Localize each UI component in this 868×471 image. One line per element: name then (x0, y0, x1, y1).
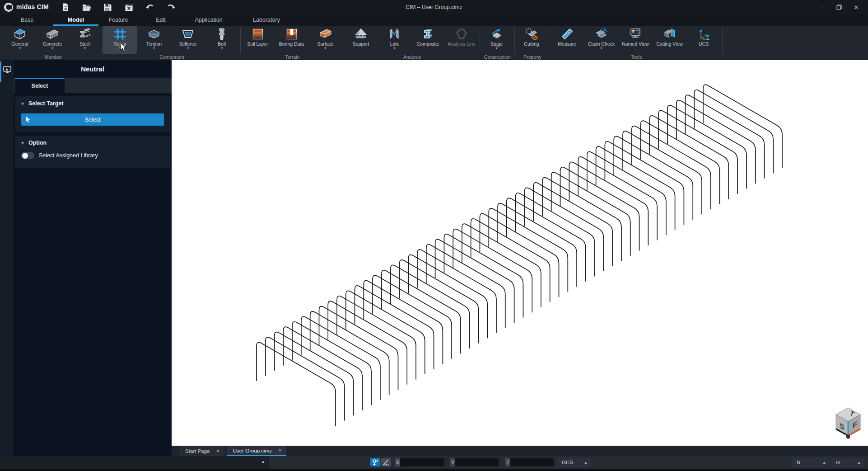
ribbon-button-analysis-line[interactable]: Analysis Line (445, 26, 478, 54)
surface-icon (318, 27, 333, 41)
menu-base[interactable]: Base (21, 14, 34, 26)
ribbon-button-soil-layer[interactable]: Soil Layer (241, 26, 275, 54)
status-bar: ▲ XYZ GCS ▲ N ▲ m ▲ (0, 456, 868, 469)
panel-title: Neutral (14, 60, 172, 78)
undo-button[interactable] (145, 3, 155, 12)
ribbon-button-stage[interactable]: Stage▼ (480, 26, 513, 54)
soil-layer-icon (251, 27, 265, 41)
tab-select[interactable]: Select (15, 78, 65, 93)
ribbon-button-steel[interactable]: Steel▼ (69, 26, 101, 54)
ribbon-button-general[interactable]: General▼ (4, 26, 36, 54)
ribbon-button-label: Link (390, 41, 399, 47)
ribbon-button-label: Cutting (524, 41, 539, 47)
coord-input-y[interactable] (455, 458, 499, 466)
undo-icon (145, 3, 155, 12)
close-document-button[interactable] (124, 3, 134, 12)
select-target-header[interactable]: ▼ Select Target (15, 96, 170, 111)
restore-icon (836, 5, 842, 10)
ribbon-button-bolt[interactable]: Bolt▼ (205, 26, 239, 54)
status-bar-left-segment (0, 456, 270, 469)
ribbon-group-label: Property (515, 54, 550, 60)
window-bottom-edge (0, 469, 868, 471)
ribbon-button-label: Stiffener (179, 41, 197, 47)
rebar-bar[interactable] (257, 342, 336, 426)
ribbon-button-link[interactable]: Link▼ (378, 26, 411, 54)
ribbon-group-label: Terrain (241, 54, 344, 60)
length-unit-dropdown[interactable]: m ▲ (831, 458, 864, 467)
rebar-icon (113, 27, 127, 41)
coord-input-z[interactable] (510, 458, 554, 466)
ribbon-button-boring-data[interactable]: Boring Data (275, 26, 308, 54)
ribbon-button-concrete[interactable]: Concrete▼ (36, 26, 69, 54)
menu-laboratory[interactable]: Laboratory (253, 14, 280, 26)
save-button[interactable] (103, 3, 112, 12)
angle-icon (383, 459, 390, 466)
ribbon-button-clash-check[interactable]: Clash Check▼ (584, 26, 619, 54)
redo-button[interactable] (165, 3, 175, 12)
ribbon-button-support[interactable]: Support (344, 26, 378, 54)
coordinate-system-value: GCS (562, 460, 573, 465)
ribbon-group-tools: MeasureClash Check▼Named ViewCutting Vie… (550, 26, 723, 60)
force-unit-dropdown[interactable]: N ▲ (792, 458, 829, 467)
dropdown-arrow-icon: ▲ (584, 461, 588, 465)
restore-button[interactable] (830, 0, 848, 14)
ribbon-button-measure[interactable]: Measure (550, 26, 584, 54)
ribbon-group-label: Component (103, 54, 241, 60)
dropdown-arrow-icon: ▼ (51, 47, 54, 50)
display-panel-icon[interactable] (3, 66, 11, 73)
ribbon-button-cutting-view[interactable]: Cutting View (653, 26, 687, 54)
doc-tab-start-page[interactable]: Start Page✕ (179, 446, 224, 456)
ribbon-button-named-view[interactable]: Named View (618, 26, 653, 54)
active-panel-indicator (0, 61, 1, 82)
select-button[interactable]: Select (21, 113, 164, 126)
force-unit-value: N (797, 460, 800, 465)
model-viewport[interactable]: T S F (172, 60, 868, 446)
dropdown-arrow-icon: ▼ (187, 47, 190, 50)
ribbon-button-label: Composite (417, 41, 439, 47)
title-bar: midas CIM CIM – User Group.cimz –✕ (0, 0, 868, 14)
close-tab-icon[interactable]: ✕ (278, 448, 282, 453)
ribbon-group-label: Member (4, 54, 103, 60)
ribbon-button-label: Named View (622, 41, 649, 47)
select-target-title: Select Target (28, 100, 64, 107)
select-assigned-library-toggle[interactable] (21, 152, 34, 159)
ribbon-group-label: Tools (550, 54, 723, 60)
ribbon-button-label: UCS (699, 41, 709, 47)
ribbon-button-ucs[interactable]: UCS (686, 26, 721, 54)
toggle-knob (22, 153, 28, 159)
option-header[interactable]: ▼ Option (15, 136, 170, 150)
snap-toggle-button[interactable] (370, 458, 380, 466)
ribbon-button-composite[interactable]: Composite (411, 26, 445, 54)
view-navigation-cube[interactable]: T S F (832, 405, 864, 441)
new-document-button[interactable] (61, 3, 71, 12)
link-icon (387, 27, 401, 41)
coordinate-system-dropdown[interactable]: GCS ▲ (557, 458, 591, 467)
collapse-panel-arrow[interactable]: ▲ (261, 459, 265, 464)
cutting-icon (524, 27, 539, 41)
menu-bar: BaseModelFeatureEditApplicationLaborator… (0, 14, 868, 26)
minimize-button[interactable]: – (813, 0, 831, 14)
menu-edit[interactable]: Edit (156, 14, 166, 26)
coord-input-x[interactable] (400, 458, 444, 466)
ribbon-group-construction: Stage▼Construction (480, 26, 515, 60)
ribbon-button-surface[interactable]: Surface▼ (308, 26, 342, 54)
rebar-bar[interactable] (266, 337, 345, 421)
midas-logo-icon (4, 2, 14, 12)
open-folder-button[interactable] (81, 3, 91, 12)
menu-application[interactable]: Application (195, 14, 222, 26)
support-icon (354, 27, 368, 41)
ribbon-button-cutting[interactable]: Cutting (515, 26, 548, 54)
close-button[interactable]: ✕ (847, 0, 865, 14)
ribbon-button-tendon[interactable]: Tendon▼ (137, 26, 171, 54)
dropdown-arrow-icon: ▼ (324, 47, 327, 50)
boring-data-icon (285, 27, 299, 41)
chevron-down-icon: ▼ (20, 101, 25, 106)
doc-tab-label: Start Page (185, 448, 210, 454)
menu-feature[interactable]: Feature (108, 14, 128, 26)
close-tab-icon[interactable]: ✕ (216, 448, 219, 453)
doc-tab-user-group-cimz[interactable]: User Group.cimz✕ (227, 446, 287, 456)
composite-icon (421, 27, 435, 41)
ribbon-button-stiffener[interactable]: Stiffener▼ (171, 26, 205, 54)
tendon-icon (147, 27, 161, 41)
ortho-angle-toggle-button[interactable] (381, 458, 391, 466)
